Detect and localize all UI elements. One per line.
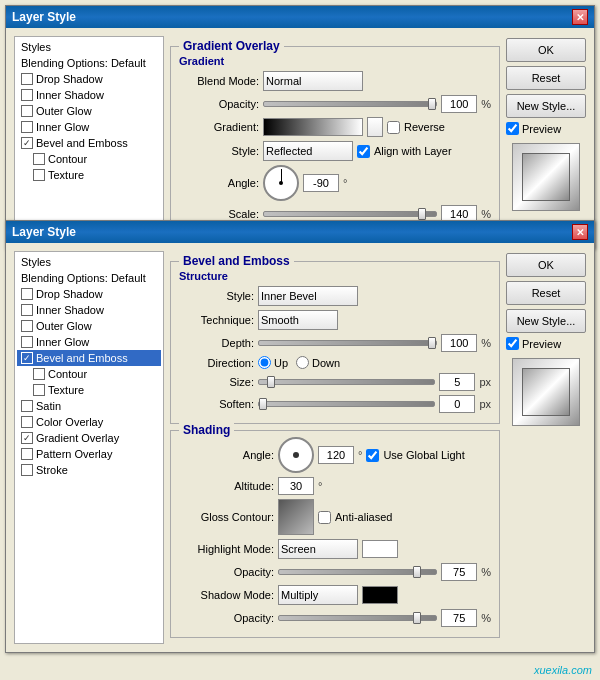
s2-gradient-overlay-checkbox[interactable]: ✓ — [21, 432, 33, 444]
texture-checkbox[interactable] — [33, 169, 45, 181]
s2-color-overlay-checkbox[interactable] — [21, 416, 33, 428]
sidebar2-texture[interactable]: Texture — [17, 382, 161, 398]
size-slider-thumb[interactable] — [267, 376, 275, 388]
shadow-opacity-slider-track[interactable] — [278, 615, 437, 621]
inner-shadow-checkbox[interactable] — [21, 89, 33, 101]
s2-drop-shadow-checkbox[interactable] — [21, 288, 33, 300]
size-input[interactable] — [439, 373, 475, 391]
shadow-opacity-slider-thumb[interactable] — [413, 612, 421, 624]
window1-ok-button[interactable]: OK — [506, 38, 586, 62]
opacity-input[interactable] — [441, 95, 477, 113]
sidebar1-inner-glow[interactable]: Inner Glow — [17, 119, 161, 135]
bevel-emboss-checkbox[interactable]: ✓ — [21, 137, 33, 149]
reverse-checkbox[interactable] — [387, 121, 400, 134]
s2-contour-checkbox[interactable] — [33, 368, 45, 380]
depth-slider-container — [258, 340, 437, 346]
shadow-opacity-input[interactable] — [441, 609, 477, 627]
highlight-color-box[interactable] — [362, 540, 398, 558]
highlight-opacity-input[interactable] — [441, 563, 477, 581]
s2-bevel-emboss-checkbox[interactable]: ✓ — [21, 352, 33, 364]
window2-close-button[interactable]: ✕ — [572, 224, 588, 240]
highlight-opacity-slider-track[interactable] — [278, 569, 437, 575]
opacity-slider-thumb[interactable] — [428, 98, 436, 110]
highlight-mode-select[interactable]: Screen — [278, 539, 358, 559]
depth-input[interactable] — [441, 334, 477, 352]
soften-slider-track[interactable] — [258, 401, 435, 407]
sidebar2-blending-options[interactable]: Blending Options: Default — [17, 270, 161, 286]
sidebar2-inner-glow[interactable]: Inner Glow — [17, 334, 161, 350]
window2-reset-button[interactable]: Reset — [506, 281, 586, 305]
angle-circle[interactable] — [263, 165, 299, 201]
s2-pattern-overlay-checkbox[interactable] — [21, 448, 33, 460]
sidebar2-outer-glow[interactable]: Outer Glow — [17, 318, 161, 334]
sidebar1-texture[interactable]: Texture — [17, 167, 161, 183]
window2-ok-button[interactable]: OK — [506, 253, 586, 277]
angle-input[interactable] — [303, 174, 339, 192]
sidebar2-stroke[interactable]: Stroke — [17, 462, 161, 478]
depth-slider-track[interactable] — [258, 340, 437, 346]
anti-aliased-checkbox[interactable] — [318, 511, 331, 524]
gloss-contour-preview[interactable] — [278, 499, 314, 535]
depth-slider-thumb[interactable] — [428, 337, 436, 349]
s2-outer-glow-checkbox[interactable] — [21, 320, 33, 332]
drop-shadow-checkbox[interactable] — [21, 73, 33, 85]
window1-close-button[interactable]: ✕ — [572, 9, 588, 25]
window1-reset-button[interactable]: Reset — [506, 66, 586, 90]
sidebar1-blending-options[interactable]: Blending Options: Default — [17, 55, 161, 71]
global-light-checkbox[interactable] — [366, 449, 379, 462]
sidebar2-drop-shadow[interactable]: Drop Shadow — [17, 286, 161, 302]
sidebar2-gradient-overlay[interactable]: ✓ Gradient Overlay — [17, 430, 161, 446]
window1-preview-checkbox[interactable] — [506, 122, 519, 135]
technique-select[interactable]: Smooth — [258, 310, 338, 330]
sidebar1-styles[interactable]: Styles — [17, 39, 161, 55]
opacity-slider-track[interactable] — [263, 101, 437, 107]
soften-slider-thumb[interactable] — [259, 398, 267, 410]
s2-stroke-checkbox[interactable] — [21, 464, 33, 476]
sidebar2-styles[interactable]: Styles — [17, 254, 161, 270]
sidebar2-pattern-overlay[interactable]: Pattern Overlay — [17, 446, 161, 462]
gradient-preview[interactable] — [263, 118, 363, 136]
sidebar2-bevel-emboss[interactable]: ✓ Bevel and Emboss — [17, 350, 161, 366]
technique-row: Technique: Smooth — [179, 310, 491, 330]
sidebar1-drop-shadow[interactable]: Drop Shadow — [17, 71, 161, 87]
gradient-dropdown[interactable] — [367, 117, 383, 137]
structure-subtitle: Structure — [179, 270, 491, 282]
s2-inner-glow-checkbox[interactable] — [21, 336, 33, 348]
highlight-opacity-slider-thumb[interactable] — [413, 566, 421, 578]
sidebar1-outer-glow[interactable]: Outer Glow — [17, 103, 161, 119]
direction-down-label: Down — [296, 356, 340, 369]
bevel-style-select[interactable]: Inner Bevel — [258, 286, 358, 306]
sidebar1-inner-shadow[interactable]: Inner Shadow — [17, 87, 161, 103]
sidebar2-color-overlay[interactable]: Color Overlay — [17, 414, 161, 430]
contour-checkbox[interactable] — [33, 153, 45, 165]
sidebar2-satin[interactable]: Satin — [17, 398, 161, 414]
scale-slider-track[interactable] — [263, 211, 437, 217]
s2-satin-checkbox[interactable] — [21, 400, 33, 412]
sidebar1-contour[interactable]: Contour — [17, 151, 161, 167]
sidebar2-contour[interactable]: Contour — [17, 366, 161, 382]
window1-new-style-button[interactable]: New Style... — [506, 94, 586, 118]
direction-down-radio[interactable] — [296, 356, 309, 369]
altitude-input[interactable] — [278, 477, 314, 495]
window2-new-style-button[interactable]: New Style... — [506, 309, 586, 333]
size-slider-track[interactable] — [258, 379, 435, 385]
style-select[interactable]: Reflected — [263, 141, 353, 161]
align-checkbox[interactable] — [357, 145, 370, 158]
shadow-color-box[interactable] — [362, 586, 398, 604]
window2-preview-checkbox[interactable] — [506, 337, 519, 350]
size-label: Size: — [179, 376, 254, 388]
s2-texture-checkbox[interactable] — [33, 384, 45, 396]
shading-angle-circle[interactable] — [278, 437, 314, 473]
inner-glow-checkbox[interactable] — [21, 121, 33, 133]
direction-up-radio[interactable] — [258, 356, 271, 369]
scale-slider-thumb[interactable] — [418, 208, 426, 220]
shading-angle-input[interactable] — [318, 446, 354, 464]
soften-input[interactable] — [439, 395, 475, 413]
outer-glow-checkbox[interactable] — [21, 105, 33, 117]
highlight-opacity-label: Opacity: — [179, 566, 274, 578]
sidebar1-bevel-emboss[interactable]: ✓ Bevel and Emboss — [17, 135, 161, 151]
blend-mode-select[interactable]: Normal — [263, 71, 363, 91]
shadow-mode-select[interactable]: Multiply — [278, 585, 358, 605]
s2-inner-shadow-checkbox[interactable] — [21, 304, 33, 316]
sidebar2-inner-shadow[interactable]: Inner Shadow — [17, 302, 161, 318]
